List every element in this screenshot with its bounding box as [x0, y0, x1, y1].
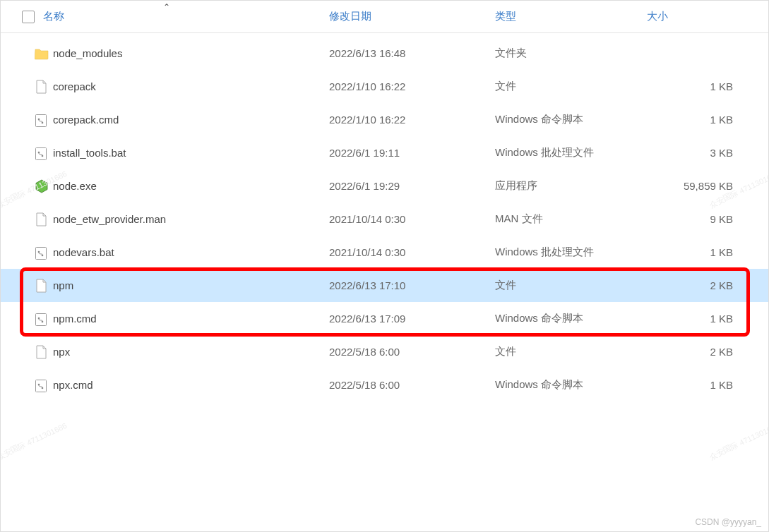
file-name-cell: node_modules — [35, 46, 329, 61]
svg-rect-13 — [36, 380, 47, 392]
file-row[interactable]: corepack.cmd2022/1/10 16:22Windows 命令脚本1… — [1, 103, 768, 136]
file-size-cell: 2 KB — [647, 346, 768, 358]
file-type-cell: Windows 命令脚本 — [495, 378, 647, 392]
file-row[interactable]: node.exe2022/6/1 19:29应用程序59,859 KB — [1, 169, 768, 202]
svg-rect-3 — [36, 147, 47, 159]
file-name-cell: node_etw_provider.man — [35, 212, 329, 227]
select-all-checkbox[interactable] — [22, 11, 35, 23]
file-type-cell: 文件 — [495, 80, 647, 93]
file-type-cell: Windows 批处理文件 — [495, 146, 647, 159]
file-row[interactable]: node_modules2022/6/13 16:48文件夹 — [1, 37, 768, 70]
file-name-cell: npm.cmd — [35, 311, 329, 327]
svg-point-15 — [42, 387, 44, 389]
cmd-icon — [35, 311, 49, 327]
watermark: 众安国际 4711301686 — [0, 421, 68, 462]
file-type-cell: 文件夹 — [495, 47, 647, 60]
file-type-cell: Windows 命令脚本 — [495, 312, 647, 325]
file-size-cell: 9 KB — [647, 213, 768, 225]
svg-rect-10 — [36, 313, 47, 325]
file-size-cell: 1 KB — [647, 313, 768, 325]
file-row[interactable]: npm.cmd2022/6/13 17:09Windows 命令脚本1 KB — [1, 302, 768, 335]
svg-point-9 — [42, 254, 44, 256]
svg-point-4 — [38, 151, 40, 153]
header-name-column[interactable]: 名称 — [22, 10, 329, 23]
file-name-label: node_modules — [53, 47, 122, 59]
svg-point-5 — [42, 155, 44, 157]
file-name-cell: npm — [35, 278, 329, 294]
file-size-cell: 1 KB — [647, 246, 768, 258]
file-name-label: npm.cmd — [53, 313, 97, 325]
file-date-cell: 2022/1/10 16:22 — [329, 80, 495, 92]
file-name-cell: corepack.cmd — [35, 112, 329, 128]
file-row[interactable]: install_tools.bat2022/6/1 19:11Windows 批… — [1, 136, 768, 169]
file-type-cell: 文件 — [495, 279, 647, 292]
file-type-cell: MAN 文件 — [495, 212, 647, 226]
file-name-label: node_etw_provider.man — [53, 213, 166, 225]
file-row[interactable]: node_etw_provider.man2021/10/14 0:30MAN … — [1, 202, 768, 236]
header-date-column[interactable]: 修改日期 — [329, 10, 495, 23]
svg-marker-6 — [36, 180, 47, 193]
file-row[interactable]: npm2022/6/13 17:10文件2 KB — [1, 269, 768, 302]
file-date-cell: 2022/6/13 17:10 — [329, 279, 495, 291]
file-name-label: install_tools.bat — [53, 147, 126, 159]
file-name-label: corepack.cmd — [53, 114, 119, 126]
file-date-cell: 2022/5/18 6:00 — [329, 346, 495, 358]
file-name-cell: corepack — [35, 79, 329, 95]
file-type-cell: 应用程序 — [495, 179, 647, 193]
file-date-cell: 2021/10/14 0:30 — [329, 246, 495, 258]
file-icon — [35, 79, 49, 95]
folder-icon — [35, 46, 49, 61]
svg-point-2 — [42, 121, 44, 123]
file-row[interactable]: npx2022/5/18 6:00文件2 KB — [1, 335, 768, 368]
node-icon — [35, 179, 49, 194]
cmd-icon — [35, 377, 49, 393]
watermark: 众安国际 4711301686 — [708, 421, 769, 462]
svg-point-11 — [38, 317, 40, 319]
cmd-icon — [35, 245, 49, 260]
svg-point-12 — [42, 320, 44, 322]
file-name-label: node.exe — [53, 180, 97, 192]
cmd-icon — [35, 145, 49, 161]
file-name-cell: nodevars.bat — [35, 245, 329, 260]
file-name-cell: npx.cmd — [35, 377, 329, 393]
file-name-label: npm — [53, 279, 73, 291]
file-icon — [35, 344, 49, 360]
file-name-cell: node.exe — [35, 179, 329, 194]
file-row[interactable]: npx.cmd2022/5/18 6:00Windows 命令脚本1 KB — [1, 368, 768, 401]
file-date-cell: 2022/6/13 16:48 — [329, 47, 495, 59]
file-icon — [35, 278, 49, 294]
table-header: ⌃ 名称 修改日期 类型 大小 — [1, 1, 768, 33]
file-name-label: npx.cmd — [53, 379, 93, 391]
file-size-cell: 59,859 KB — [647, 180, 768, 192]
file-name-label: nodevars.bat — [53, 246, 114, 258]
file-row[interactable]: nodevars.bat2021/10/14 0:30Windows 批处理文件… — [1, 236, 768, 269]
file-type-cell: Windows 命令脚本 — [495, 113, 647, 126]
svg-point-8 — [38, 250, 40, 253]
file-date-cell: 2022/6/1 19:11 — [329, 147, 495, 159]
file-size-cell: 3 KB — [647, 147, 768, 159]
file-list: node_modules2022/6/13 16:48文件夹corepack20… — [1, 33, 768, 401]
credit-label: CSDN @yyyyan_ — [695, 517, 761, 527]
header-name-label: 名称 — [43, 10, 64, 23]
header-size-column[interactable]: 大小 — [647, 10, 768, 23]
file-icon — [35, 212, 49, 227]
cmd-icon — [35, 112, 49, 128]
header-type-column[interactable]: 类型 — [495, 10, 647, 23]
file-date-cell: 2021/10/14 0:30 — [329, 213, 495, 225]
svg-rect-0 — [36, 114, 47, 126]
svg-point-1 — [38, 118, 40, 120]
file-type-cell: 文件 — [495, 345, 647, 358]
file-date-cell: 2022/6/1 19:29 — [329, 180, 495, 192]
file-size-cell: 1 KB — [647, 80, 768, 92]
svg-point-14 — [38, 383, 40, 385]
file-name-cell: npx — [35, 344, 329, 360]
file-name-label: npx — [53, 346, 70, 358]
file-name-label: corepack — [53, 80, 96, 92]
file-date-cell: 2022/1/10 16:22 — [329, 114, 495, 126]
sort-indicator-icon: ⌃ — [163, 2, 170, 12]
file-size-cell: 2 KB — [647, 279, 768, 291]
file-size-cell: 1 KB — [647, 114, 768, 126]
file-type-cell: Windows 批处理文件 — [495, 246, 647, 259]
svg-rect-7 — [36, 247, 47, 259]
file-row[interactable]: corepack2022/1/10 16:22文件1 KB — [1, 70, 768, 103]
